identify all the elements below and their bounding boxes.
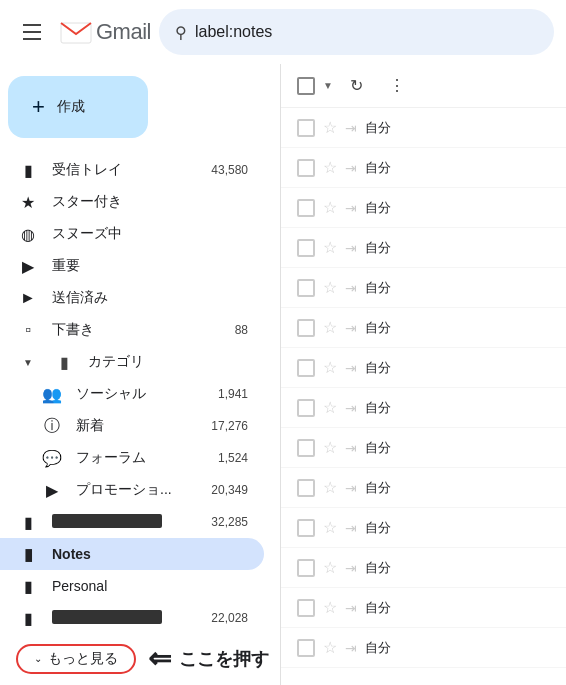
table-row[interactable]: ☆ ⇥ 自分 (281, 268, 566, 308)
table-row[interactable]: ☆ ⇥ 自分 (281, 228, 566, 268)
sidebar-item-inbox[interactable]: ▮ 受信トレイ 43,580 (0, 154, 264, 186)
row-checkbox-8[interactable] (297, 439, 315, 457)
redacted-label (52, 514, 162, 528)
row-forward-2: ⇥ (345, 200, 357, 216)
starred-label: スター付き (52, 193, 248, 211)
table-row[interactable]: ☆ ⇥ 自分 (281, 428, 566, 468)
row-forward-8: ⇥ (345, 440, 357, 456)
row-star-3[interactable]: ☆ (323, 238, 337, 257)
main-content: ▼ ↻ ⋮ ☆ ⇥ 自分 ☆ ⇥ 自分 (280, 64, 566, 685)
inbox-label: 受信トレイ (52, 161, 211, 179)
sidebar-item-personal[interactable]: ▮ Personal (0, 570, 264, 602)
table-row[interactable]: ☆ ⇥ 自分 (281, 588, 566, 628)
label3-count: 22,028 (211, 611, 248, 625)
label-folder-icon: ▮ (16, 510, 40, 534)
row-star-10[interactable]: ☆ (323, 518, 337, 537)
table-row[interactable]: ☆ ⇥ 自分 (281, 628, 566, 668)
row-checkbox-1[interactable] (297, 159, 315, 177)
promo-label: プロモーショ... (76, 481, 211, 499)
row-star-13[interactable]: ☆ (323, 638, 337, 657)
table-row[interactable]: ☆ ⇥ 自分 (281, 188, 566, 228)
updates-label: 新着 (76, 417, 211, 435)
row-star-7[interactable]: ☆ (323, 398, 337, 417)
row-forward-5: ⇥ (345, 320, 357, 336)
refresh-button[interactable]: ↻ (341, 70, 373, 102)
sidebar-item-sent[interactable]: ► 送信済み (0, 282, 264, 314)
app-name: Gmail (96, 19, 151, 45)
sidebar-item-drafts[interactable]: ▫ 下書き 88 (0, 314, 264, 346)
sidebar-item-updates[interactable]: ⓘ 新着 17,276 (0, 410, 264, 442)
sidebar: + 作成 ▮ 受信トレイ 43,580 ★ スター付き ◍ スヌーズ中 ▶ 重要… (0, 64, 280, 685)
search-input[interactable]: label:notes (195, 23, 538, 41)
row-checkbox-4[interactable] (297, 279, 315, 297)
row-checkbox-10[interactable] (297, 519, 315, 537)
expand-icon: ▼ (16, 350, 40, 374)
more-label: もっと見る (48, 650, 118, 668)
row-checkbox-6[interactable] (297, 359, 315, 377)
notes-folder-icon: ▮ (16, 542, 40, 566)
sidebar-item-snoozed[interactable]: ◍ スヌーズ中 (0, 218, 264, 250)
row-checkbox-5[interactable] (297, 319, 315, 337)
row-checkbox-7[interactable] (297, 399, 315, 417)
search-bar[interactable]: ⚲ label:notes (159, 9, 554, 55)
row-star-8[interactable]: ☆ (323, 438, 337, 457)
row-checkbox-12[interactable] (297, 599, 315, 617)
label1-name (52, 514, 211, 531)
row-star-5[interactable]: ☆ (323, 318, 337, 337)
row-sender-13: 自分 (365, 639, 550, 657)
refresh-icon: ↻ (350, 76, 363, 95)
table-row[interactable]: ☆ ⇥ 自分 (281, 388, 566, 428)
row-checkbox-3[interactable] (297, 239, 315, 257)
more-button[interactable]: ⌄ もっと見る (16, 644, 136, 674)
row-star-12[interactable]: ☆ (323, 598, 337, 617)
star-icon: ★ (16, 190, 40, 214)
select-all-checkbox[interactable] (297, 77, 315, 95)
table-row[interactable]: ☆ ⇥ 自分 (281, 148, 566, 188)
promo-count: 20,349 (211, 483, 248, 497)
sidebar-item-starred[interactable]: ★ スター付き (0, 186, 264, 218)
row-star-2[interactable]: ☆ (323, 198, 337, 217)
categories-header[interactable]: ▼ ▮ カテゴリ (0, 346, 264, 378)
menu-button[interactable] (12, 12, 52, 52)
row-star-9[interactable]: ☆ (323, 478, 337, 497)
social-count: 1,941 (218, 387, 248, 401)
info-icon: ⓘ (40, 414, 64, 438)
row-sender-1: 自分 (365, 159, 550, 177)
sidebar-item-promo[interactable]: ▶ プロモーショ... 20,349 (0, 474, 264, 506)
select-dropdown-icon[interactable]: ▼ (323, 80, 333, 91)
row-forward-6: ⇥ (345, 360, 357, 376)
more-options-icon: ⋮ (389, 76, 405, 95)
sidebar-item-label1[interactable]: ▮ 32,285 (0, 506, 264, 538)
row-checkbox-2[interactable] (297, 199, 315, 217)
row-sender-5: 自分 (365, 319, 550, 337)
row-checkbox-11[interactable] (297, 559, 315, 577)
row-star-4[interactable]: ☆ (323, 278, 337, 297)
row-star-11[interactable]: ☆ (323, 558, 337, 577)
sidebar-item-social[interactable]: 👥 ソーシャル 1,941 (0, 378, 264, 410)
table-row[interactable]: ☆ ⇥ 自分 (281, 348, 566, 388)
sidebar-item-label3[interactable]: ▮ 22,028 (0, 602, 264, 634)
sidebar-item-notes[interactable]: ▮ Notes (0, 538, 264, 570)
arrow-icon: ⇐ (148, 642, 171, 675)
row-star-6[interactable]: ☆ (323, 358, 337, 377)
row-star-0[interactable]: ☆ (323, 118, 337, 137)
row-star-1[interactable]: ☆ (323, 158, 337, 177)
table-row[interactable]: ☆ ⇥ 自分 (281, 108, 566, 148)
table-row[interactable]: ☆ ⇥ 自分 (281, 468, 566, 508)
row-checkbox-9[interactable] (297, 479, 315, 497)
compose-button[interactable]: + 作成 (8, 76, 148, 138)
sent-label: 送信済み (52, 289, 248, 307)
row-checkbox-0[interactable] (297, 119, 315, 137)
more-options-button[interactable]: ⋮ (381, 70, 413, 102)
draft-icon: ▫ (16, 318, 40, 342)
row-sender-12: 自分 (365, 599, 550, 617)
sidebar-item-important[interactable]: ▶ 重要 (0, 250, 264, 282)
table-row[interactable]: ☆ ⇥ 自分 (281, 508, 566, 548)
table-row[interactable]: ☆ ⇥ 自分 (281, 548, 566, 588)
row-checkbox-13[interactable] (297, 639, 315, 657)
table-row[interactable]: ☆ ⇥ 自分 (281, 308, 566, 348)
search-icon: ⚲ (175, 23, 187, 42)
email-toolbar: ▼ ↻ ⋮ (281, 64, 566, 108)
sidebar-item-forums[interactable]: 💬 フォーラム 1,524 (0, 442, 264, 474)
row-forward-10: ⇥ (345, 520, 357, 536)
